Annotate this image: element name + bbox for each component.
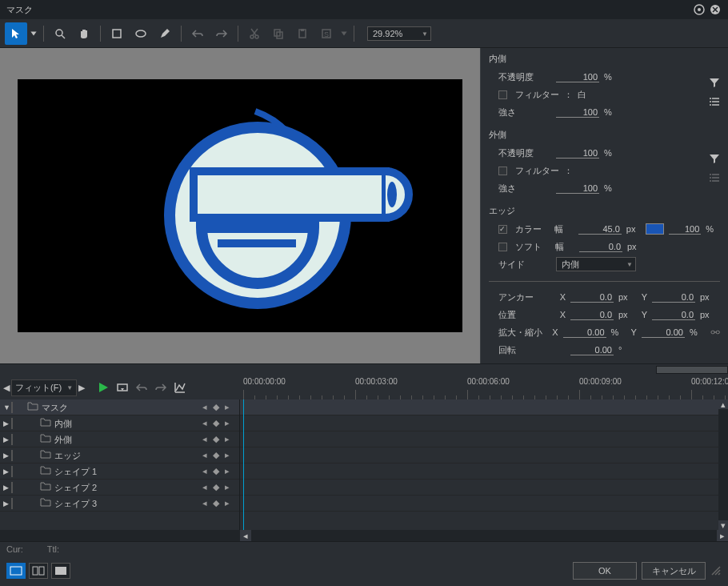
visibility-toggle[interactable] [11, 435, 26, 444]
scale-y-input[interactable] [642, 327, 685, 338]
paste-icon[interactable] [291, 22, 314, 45]
edge-color-pct-input[interactable] [669, 224, 701, 235]
visibility-toggle[interactable] [11, 499, 26, 508]
track-row[interactable]: ▶内側◂ ◆ ▸ [0, 415, 239, 431]
track-lane[interactable] [240, 431, 718, 448]
track-row[interactable]: ▶外側◂ ◆ ▸ [0, 431, 239, 448]
edge-soft-checkbox[interactable] [498, 243, 507, 251]
edge-color-checkbox[interactable] [498, 225, 507, 234]
expand-icon[interactable]: ▶ [3, 435, 11, 444]
ok-button[interactable]: OK [573, 562, 637, 580]
expand-icon[interactable]: ▶ [3, 419, 11, 427]
filter-icon[interactable] [709, 77, 720, 88]
close-icon[interactable] [709, 3, 722, 16]
visibility-toggle[interactable] [11, 403, 26, 412]
graph-editor-icon[interactable] [171, 379, 189, 396]
track-row[interactable]: ▶シェイプ 2◂ ◆ ▸ [0, 480, 239, 496]
resize-grip-icon[interactable] [710, 565, 722, 576]
playhead[interactable] [243, 399, 244, 530]
keyframe-nav[interactable]: ◂ ◆ ▸ [198, 434, 236, 444]
anchor-y-input[interactable] [652, 292, 695, 303]
redo-icon[interactable] [210, 22, 233, 45]
expand-icon[interactable]: ▶ [3, 500, 11, 508]
hscroll-track[interactable] [251, 530, 717, 541]
next-icon[interactable]: ▶ [78, 383, 85, 393]
keyframe-nav[interactable]: ◂ ◆ ▸ [198, 498, 236, 508]
edge-side-select[interactable] [556, 257, 636, 271]
play-button[interactable] [94, 379, 112, 396]
timeline-redo-icon[interactable] [152, 379, 170, 396]
keyframe-nav[interactable]: ◂ ◆ ▸ [198, 466, 236, 476]
hand-tool-icon[interactable] [73, 22, 95, 45]
scroll-right-icon[interactable]: ▸ [717, 530, 728, 541]
anchor-x-input[interactable] [570, 292, 614, 303]
outer-opacity-input[interactable] [556, 148, 599, 159]
scroll-down-icon[interactable]: ▾ [718, 520, 728, 530]
collapse-icon[interactable]: ▼ [3, 403, 11, 411]
timeline-undo-icon[interactable] [133, 379, 150, 396]
undo-icon[interactable] [186, 22, 209, 45]
inner-filter-checkbox[interactable] [498, 90, 507, 99]
keyframe-nav[interactable]: ◂ ◆ ▸ [198, 418, 236, 428]
position-x-input[interactable] [570, 310, 614, 320]
prev-icon[interactable]: ◀ [3, 383, 10, 393]
visibility-toggle[interactable] [11, 483, 26, 492]
preview-area[interactable] [0, 48, 480, 363]
view-mode-3[interactable] [51, 563, 70, 579]
list-icon[interactable] [709, 172, 720, 183]
track-lane[interactable] [240, 448, 718, 464]
track-lane[interactable] [240, 415, 718, 431]
expand-icon[interactable]: ▶ [3, 468, 11, 476]
keyframe-nav[interactable]: ◂ ◆ ▸ [198, 482, 236, 492]
expand-icon[interactable]: ▶ [3, 452, 11, 460]
preview-canvas[interactable] [18, 79, 462, 332]
track-lane[interactable] [240, 480, 718, 496]
loop-button[interactable] [114, 379, 131, 396]
ellipse-tool-icon[interactable] [130, 22, 152, 45]
list-icon[interactable] [709, 96, 720, 107]
zoom-input[interactable] [367, 26, 431, 41]
cancel-button[interactable]: キャンセル [642, 562, 706, 580]
cut-icon[interactable] [243, 22, 266, 45]
inner-strength-input[interactable] [556, 107, 599, 118]
view-mode-1[interactable] [6, 563, 26, 579]
scroll-left-icon[interactable]: ◂ [240, 530, 251, 541]
track-lane[interactable] [240, 464, 718, 480]
rotation-input[interactable] [570, 345, 614, 355]
edge-soft-width-input[interactable] [579, 242, 622, 252]
visibility-toggle[interactable] [11, 467, 26, 476]
filter-icon[interactable] [709, 153, 720, 164]
edge-width-input[interactable] [578, 224, 622, 235]
keyframe-nav[interactable]: ◂ ◆ ▸ [198, 450, 236, 460]
scroll-up-icon[interactable]: ▴ [718, 399, 728, 409]
zoom-tool-icon[interactable] [49, 22, 71, 45]
view-mode-2[interactable] [29, 563, 48, 579]
pen-tool-icon[interactable] [154, 22, 176, 45]
timeline-zoom-thumb[interactable] [656, 366, 728, 374]
track-row[interactable]: ▼マスク◂ ◆ ▸ [0, 399, 239, 415]
inner-opacity-input[interactable] [556, 72, 599, 82]
select-dropdown-icon[interactable] [29, 22, 38, 45]
track-row[interactable]: ▶シェイプ 3◂ ◆ ▸ [0, 496, 239, 512]
rectangle-tool-icon[interactable] [106, 22, 128, 45]
help-icon[interactable] [693, 3, 706, 16]
track-lane[interactable] [240, 496, 718, 512]
position-y-input[interactable] [652, 310, 695, 320]
timeline-tracks[interactable] [240, 399, 718, 530]
visibility-toggle[interactable] [11, 451, 26, 460]
keyframe-nav[interactable]: ◂ ◆ ▸ [198, 402, 236, 412]
timeline-ruler[interactable]: 00:00:00:0000:00:03:0000:00:06:0000:00:0… [240, 375, 728, 399]
outer-strength-input[interactable] [556, 183, 599, 194]
link-icon[interactable] [710, 328, 720, 336]
scale-x-input[interactable] [563, 327, 606, 338]
track-row[interactable]: ▶シェイプ 1◂ ◆ ▸ [0, 464, 239, 480]
preset-icon[interactable]: S [315, 22, 338, 45]
track-row[interactable]: ▶エッジ◂ ◆ ▸ [0, 448, 239, 464]
edge-side-value[interactable] [556, 257, 636, 271]
edge-color-chip[interactable] [646, 223, 665, 235]
copy-icon[interactable] [267, 22, 290, 45]
visibility-toggle[interactable] [11, 419, 26, 428]
outer-filter-checkbox[interactable] [498, 167, 507, 175]
preset-dropdown-icon[interactable] [339, 22, 349, 45]
timeline-vscroll[interactable]: ▴ ▾ [718, 399, 728, 530]
